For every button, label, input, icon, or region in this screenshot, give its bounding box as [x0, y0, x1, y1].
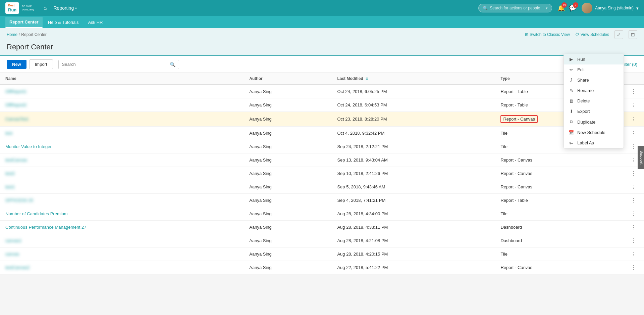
report-name-link[interactable]: testCanvas2 — [5, 265, 30, 270]
top-navigation: Best Run an SAPcompany ⌂ Reporting ▾ 🔍 ▾… — [0, 0, 644, 16]
report-name-link[interactable]: Number of Candidates Premium — [5, 211, 68, 216]
report-modified: Sep 10, 2018, 2:41:26 PM — [332, 167, 495, 180]
switch-classic-view-button[interactable]: ⊞ Switch to Classic View — [525, 32, 570, 37]
col-header-actions — [623, 73, 644, 85]
page-title-bar: Report Center — [0, 41, 644, 56]
menu-item-label: Label As — [577, 140, 594, 145]
search-dropdown-icon[interactable]: ▾ — [546, 6, 548, 10]
menu-item-label: Delete — [577, 98, 590, 103]
row-action-menu-button[interactable]: ⋮ — [628, 156, 639, 164]
menu-item-label: New Schedule — [577, 130, 605, 135]
report-name-link[interactable]: test — [5, 131, 12, 136]
context-menu-item-rename[interactable]: ✎Rename — [564, 85, 624, 96]
main-content: New Import 🔍 ⇅ ▽ Filter (0) Name Author … — [0, 56, 644, 274]
report-name-link[interactable]: test1 — [5, 184, 15, 189]
row-action-menu-button[interactable]: ⋮ — [628, 87, 639, 96]
report-name-link[interactable]: canvas — [5, 252, 19, 257]
logo[interactable]: Best Run an SAPcompany — [5, 2, 34, 14]
col-header-modified: Last Modified ≡ — [332, 73, 495, 85]
table-row: canvas1Aanya SingAug 28, 2018, 4:21:08 P… — [0, 234, 644, 248]
search-icon: 🔍 — [483, 6, 488, 10]
import-button[interactable]: Import — [29, 59, 53, 69]
user-chevron-icon: ▾ — [636, 6, 639, 11]
search-input[interactable] — [62, 62, 170, 67]
global-search[interactable]: 🔍 ▾ — [478, 4, 552, 12]
context-menu-item-duplicate[interactable]: ⧉Duplicate — [564, 117, 624, 127]
report-author: Aanya Sing — [244, 207, 332, 221]
report-name-link[interactable]: Monitor Value to Integer — [5, 144, 52, 149]
subnav-help-tutorials[interactable]: Help & Tutorials — [44, 17, 83, 28]
row-action-menu-button[interactable]: ⋮ — [628, 129, 639, 137]
report-author: Aanya Sing — [244, 221, 332, 234]
report-modified: Oct 24, 2018, 6:05:25 PM — [332, 85, 495, 98]
reporting-label: Reporting — [53, 5, 74, 11]
subnav-ask-hr[interactable]: Ask HR — [84, 17, 107, 28]
report-name-link[interactable]: Continuous Performance Management 27 — [5, 225, 86, 230]
support-tab[interactable]: Support — [638, 146, 644, 169]
menu-item-icon: ▶ — [569, 57, 574, 62]
search-submit-button[interactable]: 🔍 — [170, 62, 175, 67]
row-action-menu-button[interactable]: ⋮ — [628, 236, 639, 245]
row-action-menu-button[interactable]: ⋮ — [628, 250, 639, 258]
context-menu-item-delete[interactable]: 🗑Delete — [564, 96, 624, 106]
report-type: Report - Canvas — [495, 167, 623, 180]
collapse-button[interactable]: ⊡ — [629, 30, 637, 39]
table-row: Number of Candidates PremiumAanya SingAu… — [0, 207, 644, 221]
page-title: Report Center — [7, 43, 637, 51]
report-name-link[interactable]: test2 — [5, 171, 15, 176]
row-action-menu-button[interactable]: ⋮ — [628, 183, 639, 191]
modified-filter-icon[interactable]: ≡ — [366, 76, 368, 81]
view-schedules-button[interactable]: ⏱ View Schedules — [575, 32, 609, 37]
report-author: Aanya Sing — [244, 153, 332, 167]
notifications-button[interactable]: 🔔 19 — [557, 4, 565, 12]
table-row: Monitor Value to IntegerAanya SingSep 24… — [0, 140, 644, 153]
context-menu-item-new-schedule[interactable]: 📅New Schedule — [564, 127, 624, 138]
table-row: testCanvasAanya SingSep 13, 2018, 9:43:0… — [0, 153, 644, 167]
report-name-link[interactable]: OFFICESS 25 — [5, 198, 33, 203]
report-name-link[interactable]: CanvasTest — [5, 117, 28, 122]
report-modified: Sep 13, 2018, 9:43:04 AM — [332, 153, 495, 167]
report-name-link[interactable]: testCanvas — [5, 158, 27, 163]
row-action-menu-button[interactable]: ⋮ — [628, 263, 639, 272]
menu-item-icon: ⧉ — [569, 119, 574, 125]
breadcrumb-actions: ⊞ Switch to Classic View ⏱ View Schedule… — [525, 30, 637, 39]
row-action-menu-button[interactable]: ⋮ — [628, 210, 639, 218]
report-name-link[interactable]: OffReport1 — [5, 89, 26, 94]
row-action-menu-button[interactable]: ⋮ — [628, 196, 639, 205]
breadcrumb-separator-1: / — [19, 32, 20, 37]
context-menu-item-run[interactable]: ▶Run — [564, 54, 624, 64]
report-modified: Sep 4, 2018, 7:41:21 PM — [332, 194, 495, 207]
report-author: Aanya Sing — [244, 180, 332, 194]
table-row: test1Aanya SingSep 5, 2018, 9:43:46 AMRe… — [0, 180, 644, 194]
expand-button[interactable]: ⤢ — [614, 30, 623, 39]
report-name-link[interactable]: canvas1 — [5, 238, 21, 243]
report-author: Aanya Sing — [244, 98, 332, 112]
context-menu-item-edit[interactable]: ✏Edit — [564, 64, 624, 75]
new-button[interactable]: New — [7, 60, 26, 69]
global-search-input[interactable] — [490, 6, 543, 10]
context-menu-item-export[interactable]: ⬇Export — [564, 106, 624, 117]
row-action-menu-button[interactable]: ⋮ — [628, 101, 639, 109]
report-type: Report - Table — [495, 194, 623, 207]
menu-item-icon: ✏ — [569, 67, 574, 72]
nav-icons: 🔔 19 💬 7 — [557, 4, 576, 12]
alerts-button[interactable]: 💬 7 — [569, 4, 576, 12]
context-menu-item-share[interactable]: ⤴Share — [564, 75, 624, 85]
user-menu[interactable]: Aanya Sing (sfadmin) ▾ — [582, 3, 639, 13]
report-modified: Oct 23, 2018, 8:28:20 PM — [332, 112, 495, 127]
row-action-menu-button[interactable]: ⋮ — [628, 169, 639, 178]
row-action-menu-button[interactable]: ⋮ — [628, 115, 639, 123]
report-author: Aanya Sing — [244, 112, 332, 127]
context-menu-item-label-as[interactable]: 🏷Label As — [564, 138, 624, 148]
subnav-report-center[interactable]: Report Center — [5, 17, 43, 28]
reporting-nav[interactable]: Reporting ▾ — [53, 5, 77, 11]
col-header-name: Name — [0, 73, 244, 85]
menu-item-label: Share — [577, 78, 589, 83]
report-modified: Sep 5, 2018, 9:43:46 AM — [332, 180, 495, 194]
breadcrumb-home[interactable]: Home — [7, 32, 17, 37]
report-name-link[interactable]: OffReport2 — [5, 102, 26, 107]
row-action-menu-button[interactable]: ⋮ — [628, 223, 639, 231]
report-modified: Oct 4, 2018, 9:32:42 PM — [332, 127, 495, 140]
home-button[interactable]: ⌂ — [42, 4, 48, 12]
row-action-menu-button[interactable]: ⋮ — [628, 142, 639, 151]
